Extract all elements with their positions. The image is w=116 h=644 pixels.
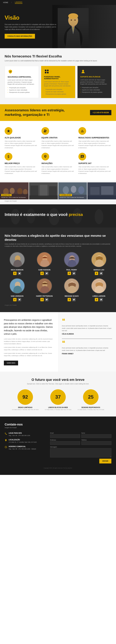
margo-twitter[interactable]	[99, 272, 103, 275]
margo-social	[86, 272, 111, 275]
equipe-criativa-icon	[41, 127, 49, 135]
harry-facebook[interactable]	[40, 298, 44, 301]
nick-facebook[interactable]	[13, 272, 17, 275]
phone-icon	[5, 432, 7, 435]
quote-2: ❝ Proin sed lorem lorem sed faucibus lor…	[62, 340, 112, 354]
harry-twitter[interactable]	[45, 298, 48, 301]
stat-ideias-circle: 92	[18, 389, 33, 405]
svg-point-12	[44, 130, 45, 131]
linda-facebook[interactable]	[95, 298, 98, 301]
team-section: Nós habitamos a elegância do apetite das…	[0, 228, 116, 312]
team-member-harry: HARRY PATTERSON	[32, 278, 57, 301]
meghan-facebook[interactable]	[68, 298, 71, 301]
hours-label: HORÁRIO COMERCIAL	[9, 446, 36, 448]
team-member-margo: MARGO LOO	[86, 252, 111, 275]
contact-form: Email Nome Endereço Telefone	[50, 432, 111, 464]
stat-designs-sublabel: 171 Main Street, 2° Anordar, New York, N…	[77, 409, 104, 410]
gallery-item-3: FLEXIBILIDADE Sample text. Click to sele…	[58, 182, 87, 200]
stat-ideias-sublabel: 171 Main Street, 2° Anordar, New York, N…	[12, 409, 39, 410]
svg-point-5	[71, 20, 72, 21]
gallery-overlay-1: MARKETING Sample text. Click to select t…	[0, 182, 29, 200]
nick-twitter[interactable]	[18, 272, 21, 275]
hero-title: Visão	[5, 14, 59, 21]
name-label: Nome	[81, 432, 111, 434]
card-seguranca: SEGURANÇA EMPRESARIAL Lorem ipsum sed en…	[5, 66, 39, 98]
linda-twitter[interactable]	[99, 298, 103, 301]
sam-facebook[interactable]	[13, 298, 17, 301]
form-submit-row: ENVIAR	[50, 459, 111, 464]
email-label: Email	[50, 432, 80, 434]
feature-title: INOVAÇÕES	[41, 162, 74, 164]
list-item: Planejamento de projetos globais	[80, 91, 108, 94]
svg-point-3	[68, 14, 78, 26]
phone-value: Seg - Sex: 9h - 17h: 555-345-1234	[9, 434, 30, 437]
contact-hours-item: HORÁRIO COMERCIAL Seg - Sex: 9h - 17h, 5…	[5, 446, 45, 450]
phone-input-label: Telefone	[81, 439, 111, 441]
card-painel-title: PODEROSO PAINEL ADMINISTRATIVO	[44, 76, 72, 80]
name-input[interactable]	[81, 434, 111, 438]
card-seguranca-title: SEGURANÇA EMPRESARIAL	[8, 76, 36, 78]
about-saiba-mais-button[interactable]: SAIBA MAIS	[4, 360, 18, 366]
linda-name: LINDA LARSON	[86, 295, 111, 297]
feature-melhor-preco: MELHOR PREÇO Vitae suscipit tellus mauri…	[5, 153, 38, 175]
gallery-item-1: MARKETING Sample text. Click to select t…	[0, 182, 29, 200]
svg-rect-8	[47, 70, 49, 71]
list-item: Suporte em maior velocidade	[44, 91, 72, 93]
paul-facebook[interactable]	[68, 272, 71, 275]
features-grid: ALTA QUALIDADE Vitae suscipit tellus mau…	[5, 127, 111, 175]
nav-separator: /	[11, 2, 12, 4]
message-label: Mensagem	[50, 446, 111, 448]
suporte-icon	[80, 69, 86, 74]
feature-inovacoes: INOVAÇÕES Vitae suscipit tellus mauris a…	[41, 153, 74, 175]
phone-label: LIGUE PARA NÓS	[9, 432, 30, 434]
margo-facebook[interactable]	[95, 272, 98, 275]
futuro-section: O futuro que você verá em breve Sample t…	[0, 372, 116, 416]
list-item: Planejamento de projetos globais	[44, 93, 72, 95]
futuro-title: O futuro que você verá em breve	[5, 378, 111, 382]
nav-home[interactable]: HOME	[3, 2, 8, 4]
quote-2-author: FRANK KINNEY	[62, 353, 112, 354]
team-member-meghan: MEGHAN SCAVO	[59, 278, 84, 301]
nos-fornecemos-section: Nós fornecemos TI flexível Escolha Lorem…	[0, 48, 116, 104]
margo-name: MARGO LOO	[86, 269, 111, 271]
card-suporte-list: Preparação para situações Suporte em mai…	[80, 86, 108, 94]
paul-twitter[interactable]	[72, 272, 76, 275]
nick-avatar	[10, 252, 25, 267]
clock-icon	[5, 446, 7, 448]
harry-avatar	[37, 278, 52, 294]
gabi-twitter[interactable]	[45, 272, 48, 275]
location-icon	[5, 439, 7, 442]
banner-phone[interactable]: +12-345-678-89289	[90, 110, 111, 115]
quote-2-text: Proin sed lorem lorem sed faucibus lorem…	[62, 347, 112, 352]
hero-section: Visão Duis aute irure dolor in reprehend…	[0, 5, 116, 48]
linda-avatar	[91, 278, 106, 294]
name-field: Nome	[81, 432, 111, 438]
email-field: Email	[50, 432, 80, 438]
feature-title: SUPORTE 24/7	[78, 162, 111, 164]
form-row-address-phone: Endereço Telefone	[50, 439, 111, 445]
nav-landing[interactable]: LANDING	[15, 1, 23, 4]
meghan-twitter[interactable]	[72, 298, 76, 301]
contact-title: Contate-nos	[5, 423, 111, 426]
intense-highlight: precisa	[69, 212, 83, 217]
form-submit-button[interactable]: ENVIAR	[99, 459, 111, 464]
feature-resultados: RESULTADOS SURPREENDENTES Vitae suscipit…	[78, 127, 111, 149]
navigation: HOME / LANDING	[0, 0, 116, 5]
hero-cta-button[interactable]: CONSULTE MAIS INFORMAÇÕES	[5, 34, 35, 38]
phone-field: Telefone	[81, 439, 111, 445]
stat-designs-circle: 25	[83, 389, 98, 405]
stat-blocos: 37 LINDOS BLOCOS DA WEB 171 Main Street,…	[45, 389, 71, 410]
email-input[interactable]	[50, 434, 80, 438]
message-textarea[interactable]	[50, 448, 111, 458]
address-input[interactable]	[50, 441, 80, 445]
nos-subtitle: Lorem ipsum dolor is a well-established …	[5, 60, 111, 62]
feature-text: Vitae suscipit tellus mauris a diam maec…	[5, 140, 38, 149]
hero-content: Visão Duis aute irure dolor in reprehend…	[0, 8, 64, 45]
gallery-sublabel-3: Sample text. Click to select the Text El…	[60, 197, 84, 198]
feature-text: Vitae suscipit tellus mauris a diam maec…	[5, 166, 38, 175]
stat-ideias-label: IDEIAS ILIMITADAS	[12, 407, 39, 408]
sam-twitter[interactable]	[18, 298, 21, 301]
gabi-facebook[interactable]	[40, 272, 44, 275]
phone-input[interactable]	[81, 441, 111, 445]
harry-name: HARRY PATTERSON	[32, 295, 57, 297]
